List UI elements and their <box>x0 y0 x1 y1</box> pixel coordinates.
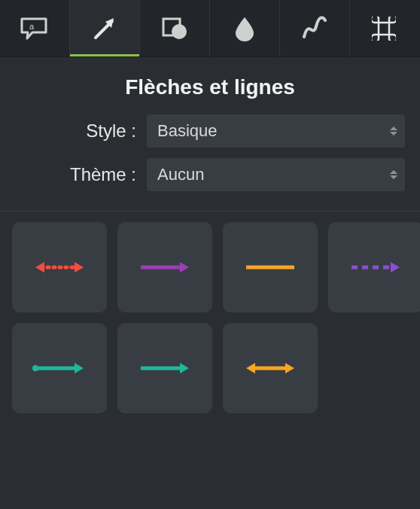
svg-marker-20 <box>246 363 255 373</box>
arrow-preview-icon <box>29 260 90 275</box>
svg-marker-14 <box>75 363 84 373</box>
svg-marker-17 <box>180 363 189 373</box>
arrow-teal-right[interactable] <box>117 323 212 413</box>
arrow-purple-dashed[interactable] <box>328 222 420 312</box>
stepper-icon <box>390 126 397 136</box>
style-row: Style : Basique <box>0 114 405 148</box>
callout-tab[interactable]: a <box>0 0 70 56</box>
speech-bubble-icon: a <box>20 17 49 40</box>
theme-label: Thème : <box>0 164 147 185</box>
controls-area: Style : Basique Thème : Aucun <box>0 114 420 212</box>
svg-point-4 <box>172 24 187 39</box>
style-select[interactable]: Basique <box>147 114 405 148</box>
command-icon <box>372 17 396 41</box>
svg-marker-9 <box>180 262 189 273</box>
arrow-orange-double[interactable] <box>223 323 318 413</box>
svg-text:a: a <box>29 22 35 31</box>
arrow-teal-dot-start[interactable] <box>12 323 107 413</box>
drop-icon <box>235 16 254 41</box>
section-title: Flèches et lignes <box>0 57 420 114</box>
arrow-preview-icon <box>240 361 300 376</box>
arrow-preview-icon <box>135 361 195 376</box>
swatch-grid <box>0 212 420 424</box>
arrow-tab[interactable] <box>70 0 140 56</box>
tool-toolbar: a <box>0 0 420 57</box>
arrow-preview-icon <box>345 260 406 275</box>
blur-tab[interactable] <box>210 0 280 56</box>
svg-marker-7 <box>35 262 44 273</box>
shortcuts-tab[interactable] <box>350 0 418 56</box>
shape-icon <box>161 17 188 41</box>
arrow-preview-icon <box>240 260 300 275</box>
stepper-icon <box>390 170 397 179</box>
svg-marker-19 <box>285 363 294 373</box>
arrow-purple-right[interactable] <box>117 222 212 312</box>
shape-tab[interactable] <box>140 0 210 56</box>
squiggle-icon <box>301 16 328 41</box>
arrow-red-double-dotted[interactable] <box>12 222 107 312</box>
theme-select-value: Aucun <box>157 165 204 184</box>
svg-point-15 <box>32 365 38 371</box>
style-select-value: Basique <box>157 121 218 141</box>
svg-marker-6 <box>75 262 84 273</box>
line-orange[interactable] <box>223 222 318 312</box>
arrow-preview-icon <box>29 361 90 376</box>
theme-select[interactable]: Aucun <box>147 158 405 191</box>
arrow-icon <box>90 14 119 43</box>
style-label: Style : <box>0 120 147 142</box>
arrow-preview-icon <box>135 260 195 275</box>
draw-tab[interactable] <box>280 0 350 56</box>
theme-row: Thème : Aucun <box>0 158 405 191</box>
svg-marker-12 <box>391 262 400 273</box>
